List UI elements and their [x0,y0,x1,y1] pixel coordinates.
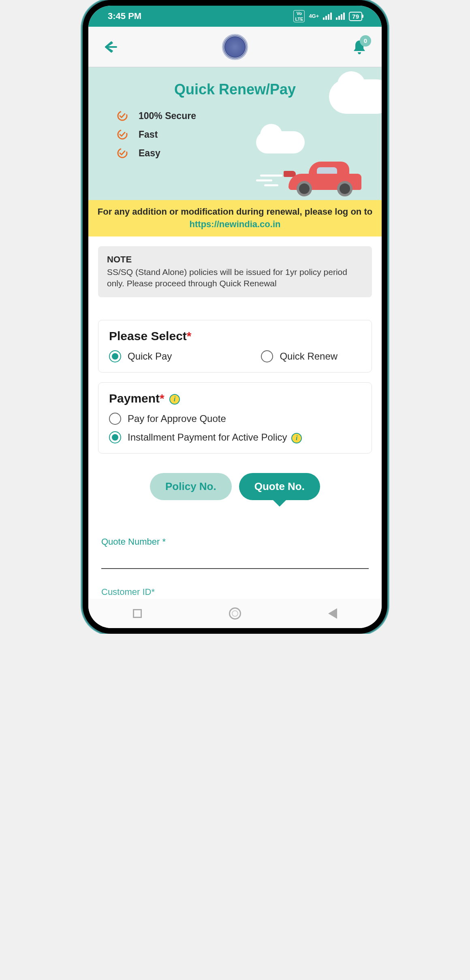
main-content[interactable]: Quick Renew/Pay 100% Secure Fast Easy [88,67,382,599]
toggle-row: Policy No. Quote No. [98,473,372,500]
check-icon [117,110,128,121]
radio-label: Quick Renew [280,351,338,362]
network-type: 4G+ [309,14,319,19]
info-banner: For any addition or modification during … [88,200,382,236]
note-title: NOTE [107,254,363,265]
banner-link[interactable]: https://newindia.co.in [190,219,281,229]
feature-label: Easy [139,148,160,159]
radio-label: Installment Payment for Active Policy i [128,432,302,443]
customer-id-label: Customer ID* [101,587,369,597]
status-time: 3:45 PM [108,11,141,21]
radio-quick-renew[interactable]: Quick Renew [261,350,338,362]
quote-number-input[interactable] [101,550,369,569]
check-icon [117,147,128,159]
select-card: Please Select* Quick Pay Quick Renew [98,320,372,373]
note-box: NOTE SS/SQ (Stand Alone) policies will b… [98,246,372,298]
radio-icon [109,350,121,362]
status-bar: 3:45 PM Vo LTE 4G+ 79 [88,6,382,27]
radio-quick-pay[interactable]: Quick Pay [109,350,172,362]
banner-text: For any addition or modification during … [98,207,372,217]
back-nav-button[interactable] [323,603,343,624]
quote-no-tab[interactable]: Quote No. [239,473,320,500]
cloud-decoration [329,79,382,114]
back-button[interactable] [100,37,121,57]
select-title: Please Select* [109,329,361,343]
note-text: SS/SQ (Stand Alone) policies will be iss… [107,266,363,290]
info-icon[interactable]: i [169,394,180,405]
notifications-button[interactable]: 0 [349,37,370,57]
hero-section: Quick Renew/Pay 100% Secure Fast Easy [88,67,382,200]
recents-button[interactable] [127,603,147,624]
battery-indicator: 79 [349,12,362,21]
payment-title: Payment* i [109,392,361,405]
system-navbar [88,599,382,628]
policy-no-tab[interactable]: Policy No. [150,473,232,500]
payment-card: Payment* i Pay for Approve Quote Install… [98,382,372,454]
radio-label: Quick Pay [128,351,172,362]
check-icon [117,129,128,140]
home-button[interactable] [225,603,245,624]
radio-pay-quote[interactable]: Pay for Approve Quote [109,413,361,425]
radio-icon [109,413,121,425]
company-logo [222,34,248,60]
car-illustration [276,162,370,198]
quote-number-label: Quote Number * [101,537,369,547]
radio-icon [109,431,121,443]
signal-icon-1 [323,13,332,20]
cloud-decoration [256,131,305,153]
volte-icon: Vo LTE [293,10,305,22]
feature-item: Easy [117,147,382,159]
info-icon[interactable]: i [291,433,302,443]
notification-badge: 0 [360,35,371,47]
radio-label: Pay for Approve Quote [128,413,226,424]
signal-icon-2 [336,13,345,20]
feature-label: 100% Secure [139,111,196,121]
app-header: 0 [88,27,382,67]
radio-installment[interactable]: Installment Payment for Active Policy i [109,431,361,443]
status-indicators: Vo LTE 4G+ 79 [293,10,362,22]
feature-label: Fast [139,129,158,140]
radio-icon [261,350,273,362]
feature-item: Fast [117,129,382,140]
